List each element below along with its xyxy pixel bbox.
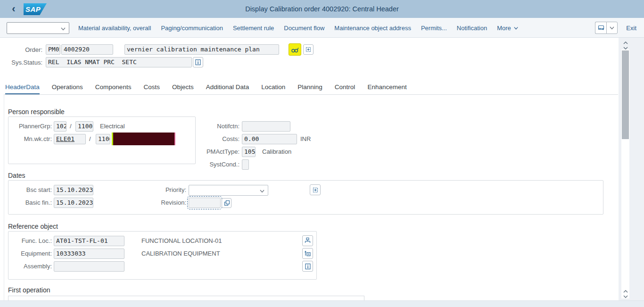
scroll-up-icon[interactable] xyxy=(623,41,628,45)
menu-item-document-flow[interactable]: Document flow xyxy=(284,25,324,32)
tab-additional-data[interactable]: Additional Data xyxy=(206,82,249,95)
planner-grp-plant-field[interactable]: 1100 xyxy=(75,121,93,132)
scrollbar xyxy=(619,38,644,300)
planner-grp-field[interactable]: 102 xyxy=(54,121,66,132)
slash-separator: / xyxy=(70,121,72,132)
revision-field[interactable] xyxy=(189,198,221,208)
sap-logo: SAP xyxy=(24,3,47,15)
notification-label: Notifctn: xyxy=(197,121,239,132)
chevron-down-icon xyxy=(60,26,66,32)
priority-dropdown[interactable] xyxy=(189,185,268,196)
exit-button[interactable]: Exit xyxy=(626,25,636,32)
menu-item-permits[interactable]: Permits... xyxy=(421,25,447,32)
sys-status-field[interactable]: REL ILAS NMAT PRC SETC xyxy=(46,57,192,67)
order-type-field[interactable]: PM05 xyxy=(46,44,60,55)
tab-strip: HeaderData Operations Components Costs O… xyxy=(5,82,407,95)
display-glasses-icon[interactable] xyxy=(289,43,301,56)
back-icon[interactable]: ‹ xyxy=(8,3,20,15)
tab-objects[interactable]: Objects xyxy=(172,82,194,95)
tab-enhancement[interactable]: Enhancement xyxy=(367,82,406,95)
menu-item-notification[interactable]: Notification xyxy=(457,25,487,32)
func-loc-label: Func. Loc.: xyxy=(8,236,52,246)
scroll-up-icon-bottom[interactable] xyxy=(623,289,628,294)
redacted-work-center-description xyxy=(112,133,175,145)
notification-field[interactable] xyxy=(242,121,290,132)
section-first-operation: First operation xyxy=(8,286,50,294)
syst-cond-label: SystCond.: xyxy=(197,159,239,170)
tab-operations[interactable]: Operations xyxy=(52,82,83,95)
toolbar: Material availability, overall Paging/co… xyxy=(0,18,644,38)
bottom-strip xyxy=(0,300,644,307)
work-center-field[interactable]: ELE01 xyxy=(54,134,86,144)
sys-status-label: Sys.Status: xyxy=(0,58,42,68)
gui-actions-icon[interactable] xyxy=(595,22,606,34)
scroll-down-icon-bottom[interactable] xyxy=(623,294,628,299)
slash-separator: / xyxy=(89,134,91,144)
section-dates: Dates xyxy=(8,172,25,179)
menu-item-maintenance-object-address[interactable]: Maintenance object address xyxy=(334,25,411,32)
toolbar-menu: Material availability, overall Paging/co… xyxy=(78,18,519,38)
equipment-data-origin-icon[interactable] xyxy=(302,248,313,259)
order-long-text-icon[interactable] xyxy=(303,44,314,55)
order-number-field[interactable]: 4002920 xyxy=(61,44,113,55)
more-label: More xyxy=(497,25,511,32)
syst-cond-field[interactable] xyxy=(242,159,249,170)
basic-fin-label: Basic fin.: xyxy=(8,198,52,208)
bsc-start-label: Bsc start: xyxy=(8,185,52,195)
work-center-plant-field[interactable]: 1100 xyxy=(96,134,110,144)
assembly-field[interactable] xyxy=(54,261,124,272)
planner-grp-description: Electrical xyxy=(100,121,125,132)
chevron-down-icon xyxy=(513,25,519,31)
revision-label: Revision: xyxy=(143,198,186,208)
menu-item-more[interactable]: More xyxy=(497,25,519,32)
pm-act-type-description: Calibration xyxy=(262,147,291,157)
costs-label: Costs: xyxy=(197,134,239,144)
gui-actions-dropdown-icon[interactable] xyxy=(606,22,618,34)
costs-field[interactable]: 0.00 xyxy=(242,134,297,144)
basic-fin-field[interactable]: 15.10.2023 xyxy=(54,198,93,208)
tab-location[interactable]: Location xyxy=(261,82,285,95)
work-center-label: Mn.wk.ctr: xyxy=(8,134,52,144)
func-loc-description: FUNCTIONAL LOCATION-01 xyxy=(141,236,222,246)
value-help-icon[interactable] xyxy=(222,198,231,208)
tab-costs[interactable]: Costs xyxy=(143,82,160,95)
planner-grp-label: PlannerGrp: xyxy=(8,121,52,132)
pm-act-type-field[interactable]: 105 xyxy=(242,147,256,157)
equipment-field[interactable]: 10333033 xyxy=(54,249,124,259)
scrollbar-thumb[interactable] xyxy=(622,50,629,139)
first-operation-box xyxy=(8,296,364,300)
sap-window: ‹ SAP Display Calibration order 4002920:… xyxy=(0,0,644,307)
scrollbar-track[interactable] xyxy=(621,50,629,299)
equipment-label: Equipment: xyxy=(8,249,52,259)
tab-planning[interactable]: Planning xyxy=(297,82,322,95)
info-icon[interactable] xyxy=(302,261,313,272)
gui-actions-split-button xyxy=(595,22,618,34)
priority-label: Priority: xyxy=(143,185,186,195)
pm-act-type-label: PMActType: xyxy=(197,147,239,157)
structure-hierarchy-icon[interactable] xyxy=(302,235,313,246)
tab-control[interactable]: Control xyxy=(335,82,355,95)
bsc-start-field[interactable]: 15.10.2023 xyxy=(54,185,93,195)
dates-box xyxy=(8,180,603,215)
command-combobox[interactable] xyxy=(7,22,69,34)
section-reference-object: Reference object xyxy=(8,223,58,230)
dates-detail-icon[interactable] xyxy=(310,184,321,195)
assembly-label: Assembly: xyxy=(8,261,52,272)
top-header-bar: ‹ SAP Display Calibration order 4002920:… xyxy=(0,0,644,18)
equipment-description: CALIBRATION EQUIPMENT xyxy=(141,249,220,259)
section-person-responsible: Person responsible xyxy=(8,108,65,116)
menu-item-paging-communication[interactable]: Paging/communication xyxy=(161,25,223,32)
toolbar-right: Exit xyxy=(595,18,636,38)
tab-separator xyxy=(4,94,618,95)
chevron-down-icon xyxy=(259,188,265,194)
order-description-field[interactable]: vernier calibration maintenance plan xyxy=(124,44,279,55)
tab-components[interactable]: Components xyxy=(95,82,132,95)
page-title: Display Calibration order 4002920: Centr… xyxy=(0,0,644,18)
tab-headerdata[interactable]: HeaderData xyxy=(5,82,40,95)
content-left-border xyxy=(4,94,4,300)
menu-item-settlement-rule[interactable]: Settlement rule xyxy=(233,25,274,32)
currency-text: INR xyxy=(300,134,311,144)
status-info-icon[interactable] xyxy=(193,57,203,67)
func-loc-field[interactable]: AT01-TST-FL-01 xyxy=(54,236,124,246)
menu-item-material-availability[interactable]: Material availability, overall xyxy=(78,25,151,32)
